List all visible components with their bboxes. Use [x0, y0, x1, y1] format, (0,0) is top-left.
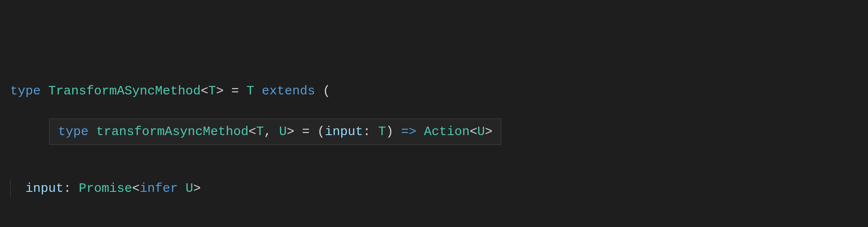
code-editor[interactable]: type TransformASyncMethod<T> = T extends… — [0, 0, 868, 227]
parameter-name: input — [325, 125, 363, 139]
parameter-name: input — [25, 181, 64, 196]
code-line[interactable]: type TransformASyncMethod<T> = T extends… — [10, 81, 868, 101]
keyword-type: type — [10, 84, 41, 98]
code-line[interactable]: input: Promise<infer U> — [10, 179, 868, 198]
keyword-type: type — [58, 125, 88, 139]
hover-tooltip: type transformAsyncMethod<T, U> = (input… — [49, 119, 501, 145]
keyword-infer: infer — [140, 181, 178, 196]
keyword-extends: extends — [262, 84, 315, 98]
arrow: => — [401, 125, 416, 139]
type-name: TransformASyncMethod — [48, 84, 201, 98]
hover-type-name: transformAsyncMethod — [96, 125, 249, 139]
